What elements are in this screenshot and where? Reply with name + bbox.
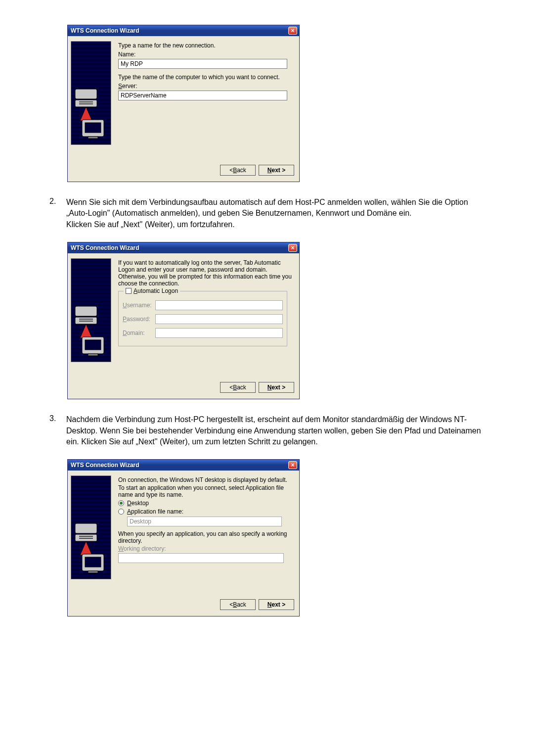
next-button[interactable]: Next >: [259, 165, 294, 176]
wizard-body: Type a name for the new connection. Name…: [68, 36, 299, 160]
next-button[interactable]: Next >: [259, 599, 294, 610]
auto-logon-legend: Automatic Logon: [124, 287, 180, 294]
wizard-footer: < Back Next >: [68, 160, 299, 182]
instruction-text: If you want to automatically log onto th…: [118, 259, 294, 287]
step-number: 3.: [49, 414, 66, 423]
wizard-dialog-1: WTS Connection Wizard × Type a name for …: [67, 25, 300, 182]
password-input[interactable]: [155, 314, 283, 324]
titlebar: WTS Connection Wizard ×: [68, 25, 299, 36]
computer-connection-icon: [73, 303, 110, 358]
name-input[interactable]: [118, 59, 287, 69]
application-radio-row: Application file name:: [118, 508, 294, 515]
password-label: Password:: [123, 316, 155, 323]
wizard-dialog-3: WTS Connection Wizard × On connection, t…: [67, 459, 300, 616]
step-number: 2.: [49, 197, 66, 206]
svg-rect-14: [75, 523, 97, 533]
svg-rect-6: [88, 137, 98, 139]
close-icon[interactable]: ×: [288, 461, 297, 469]
working-dir-input[interactable]: [118, 553, 284, 563]
svg-rect-20: [88, 571, 98, 573]
wizard-content: On connection, the Windows NT desktop is…: [118, 474, 294, 594]
svg-rect-19: [85, 557, 101, 567]
working-dir-label: Working directory:: [118, 545, 294, 552]
auto-logon-group: Automatic Logon Username: Password: Doma…: [118, 291, 287, 346]
window-title: WTS Connection Wizard: [71, 27, 139, 34]
server-input[interactable]: [118, 91, 287, 100]
svg-rect-10: [79, 321, 93, 322]
wizard-dialog-2: WTS Connection Wizard × If you want to a…: [67, 242, 300, 399]
username-label: Username:: [123, 302, 155, 309]
step-text: Wenn Sie sich mit dem Verbindungsaufbau …: [66, 197, 485, 230]
application-filename-input[interactable]: Desktop: [127, 517, 282, 526]
wizard-footer: < Back Next >: [68, 594, 299, 616]
computer-connection-icon: [73, 520, 110, 575]
svg-rect-9: [79, 319, 93, 320]
wizard-side-graphic: [71, 475, 111, 579]
titlebar: WTS Connection Wizard ×: [68, 460, 299, 471]
wizard-side-graphic: [71, 41, 111, 145]
username-input[interactable]: [155, 300, 283, 310]
application-radio[interactable]: [118, 509, 124, 515]
name-label: Name:: [118, 51, 294, 58]
back-button[interactable]: < Back: [220, 382, 256, 393]
instruction-text-2: Type the name of the computer to which y…: [118, 74, 294, 81]
auto-logon-checkbox[interactable]: [126, 288, 132, 294]
svg-rect-0: [75, 89, 97, 99]
instruction-text-1: On connection, the Windows NT desktop is…: [118, 476, 294, 483]
desktop-radio-row: Desktop: [118, 500, 294, 507]
close-icon[interactable]: ×: [288, 27, 297, 35]
close-icon[interactable]: ×: [288, 244, 297, 252]
svg-rect-16: [79, 536, 93, 537]
desktop-radio[interactable]: [118, 500, 124, 506]
step-text: Nachdem die Verbindung zum Host-PC herge…: [66, 414, 485, 447]
computer-connection-icon: [73, 86, 110, 141]
wizard-body: On connection, the Windows NT desktop is…: [68, 471, 299, 594]
svg-rect-12: [85, 340, 101, 350]
svg-rect-5: [85, 123, 101, 133]
instruction-text-3: When you specify an application, you can…: [118, 530, 294, 544]
application-radio-label: Application file name:: [127, 508, 183, 515]
server-label: Server:: [118, 83, 294, 90]
svg-rect-17: [79, 538, 93, 539]
window-title: WTS Connection Wizard: [71, 244, 139, 251]
svg-rect-2: [79, 101, 93, 102]
wizard-content: Type a name for the new connection. Name…: [118, 40, 294, 160]
instruction-text-2: To start an application when you connect…: [118, 484, 294, 498]
domain-label: Domain:: [123, 330, 155, 336]
svg-rect-3: [79, 103, 93, 104]
wizard-content: If you want to automatically log onto th…: [118, 257, 294, 377]
svg-rect-7: [75, 306, 97, 316]
desktop-radio-label: Desktop: [127, 500, 149, 507]
instruction-text: Type a name for the new connection.: [118, 42, 294, 49]
titlebar: WTS Connection Wizard ×: [68, 242, 299, 253]
auto-logon-label: Automatic Logon: [134, 287, 178, 294]
wizard-body: If you want to automatically log onto th…: [68, 253, 299, 377]
step-2: 2. Wenn Sie sich mit dem Verbindungsaufb…: [49, 197, 485, 230]
wizard-side-graphic: [71, 258, 111, 362]
back-button[interactable]: < Back: [220, 165, 256, 176]
next-button[interactable]: Next >: [259, 382, 294, 393]
step-3: 3. Nachdem die Verbindung zum Host-PC he…: [49, 414, 485, 447]
back-button[interactable]: < Back: [220, 599, 256, 610]
wizard-footer: < Back Next >: [68, 377, 299, 399]
svg-rect-13: [88, 354, 98, 356]
domain-input[interactable]: [155, 328, 283, 338]
window-title: WTS Connection Wizard: [71, 462, 139, 469]
